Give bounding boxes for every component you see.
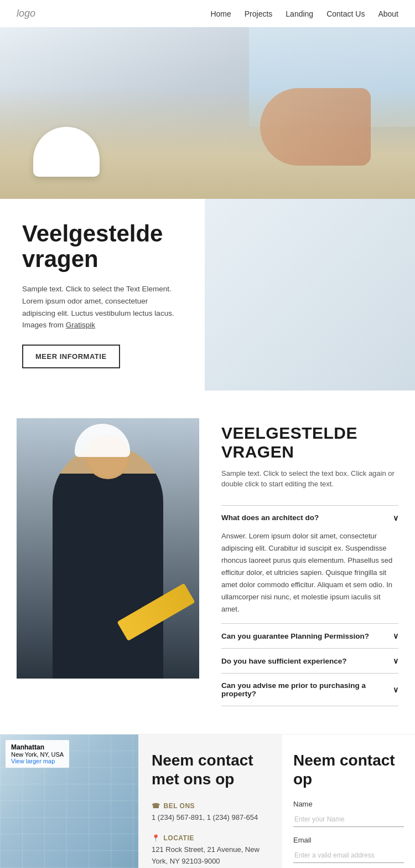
- faq-question-text-3: Can you advise me prior to purchasing a …: [221, 681, 393, 698]
- faq-intro-right-image: [205, 199, 415, 391]
- contact-phone-value: 1 (234) 567-891, 1 (234) 987-654: [152, 812, 269, 824]
- faq-detail-image: [17, 418, 199, 679]
- navbar: logo HomeProjectsLandingContact UsAbout: [0, 0, 415, 27]
- faq-chevron-icon-0: ∨: [393, 513, 398, 522]
- name-label: Name: [293, 800, 404, 808]
- faq-question-text-1: Can you guarantee Planning Permission?: [221, 632, 369, 640]
- gratispik-link[interactable]: Gratispik: [66, 321, 95, 329]
- name-input[interactable]: [293, 811, 404, 827]
- faq-intro-heading: Veelgestelde vragen: [22, 221, 183, 272]
- faq-chevron-icon-1: ∨: [393, 631, 398, 640]
- map-link[interactable]: View larger map: [11, 758, 55, 764]
- contact-location-label: 📍 LOCATIE: [152, 834, 269, 842]
- email-label: Email: [293, 836, 404, 844]
- faq-intro-section: Veelgestelde vragen Sample text. Click t…: [0, 199, 415, 391]
- nav-link-projects[interactable]: Projects: [245, 9, 273, 18]
- map-label: Manhattan New York, NY, USA View larger …: [6, 740, 69, 768]
- faq-question-2[interactable]: Do you have sufficient experience?∨: [221, 656, 398, 665]
- faq-question-text-0: What does an architect do?: [221, 513, 319, 522]
- nav-logo: logo: [17, 8, 35, 19]
- faq-question-0[interactable]: What does an architect do?∨: [221, 513, 398, 522]
- map-title: Manhattan: [11, 743, 64, 751]
- contact-form-side: Neem contact op Name Email How can we he…: [282, 735, 415, 868]
- nav-link-about[interactable]: About: [378, 9, 398, 18]
- contact-phone-block: ☎ BEL ONS 1 (234) 567-891, 1 (234) 987-6…: [152, 802, 269, 824]
- hero-section: [0, 27, 415, 199]
- faq-detail-heading: VEELGESTELDE VRAGEN: [221, 424, 398, 461]
- contact-location-value: 121 Rock Street, 21 Avenue, New York, NY…: [152, 844, 269, 867]
- contact-phone-label: ☎ BEL ONS: [152, 802, 269, 810]
- map-placeholder: Manhattan New York, NY, USA View larger …: [0, 735, 138, 868]
- faq-item-1: Can you guarantee Planning Permission?∨: [221, 623, 398, 648]
- email-input[interactable]: [293, 848, 404, 863]
- phone-icon: ☎: [152, 802, 160, 810]
- location-icon: 📍: [152, 834, 160, 842]
- faq-chevron-icon-2: ∨: [393, 656, 398, 665]
- meer-informatie-button[interactable]: MEER INFORMATIE: [22, 345, 120, 368]
- nav-link-contact-us[interactable]: Contact Us: [326, 9, 365, 18]
- location-label-text: LOCATIE: [164, 834, 194, 842]
- faq-question-3[interactable]: Can you advise me prior to purchasing a …: [221, 681, 398, 698]
- nav-link-home[interactable]: Home: [210, 9, 231, 18]
- contact-info: Neem contact met ons op ☎ BEL ONS 1 (234…: [138, 735, 282, 868]
- phone-label-text: BEL ONS: [164, 802, 195, 810]
- faq-item-0: What does an architect do?∨Answer. Lorem…: [221, 505, 398, 624]
- contact-section: Manhattan New York, NY, USA View larger …: [0, 734, 415, 868]
- contact-form-heading: Neem contact op: [293, 751, 404, 788]
- faq-item-2: Do you have sufficient experience?∨: [221, 648, 398, 673]
- faq-detail-section: VEELGESTELDE VRAGEN Sample text. Click t…: [0, 391, 415, 735]
- contact-heading: Neem contact met ons op: [152, 751, 269, 788]
- contact-location-block: 📍 LOCATIE 121 Rock Street, 21 Avenue, Ne…: [152, 834, 269, 867]
- faq-question-1[interactable]: Can you guarantee Planning Permission?∨: [221, 631, 398, 640]
- faq-intro-body: Sample text. Click to select the Text El…: [22, 283, 183, 331]
- faq-question-text-2: Do you have sufficient experience?: [221, 657, 347, 665]
- name-field: Name: [293, 800, 404, 827]
- nav-links: HomeProjectsLandingContact UsAbout: [210, 9, 398, 18]
- faq-chevron-icon-3: ∨: [393, 685, 398, 694]
- email-field: Email: [293, 836, 404, 863]
- faq-detail-subtitle: Sample text. Click to select the text bo…: [221, 468, 398, 490]
- faq-item-3: Can you advise me prior to purchasing a …: [221, 673, 398, 706]
- nav-link-landing[interactable]: Landing: [286, 9, 313, 18]
- faq-answer-0: Answer. Lorem ipsum dolor sit amet, cons…: [221, 530, 398, 616]
- map-subtitle: New York, NY, USA: [11, 751, 64, 758]
